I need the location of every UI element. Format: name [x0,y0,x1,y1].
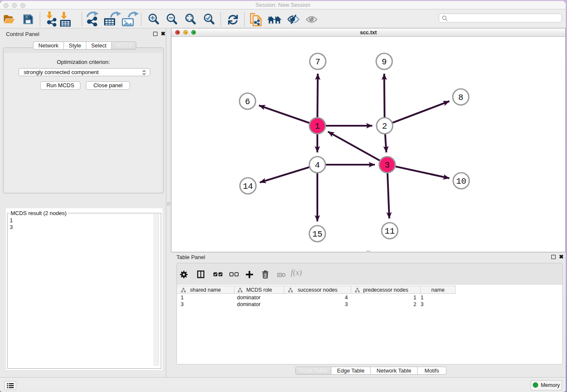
svg-text:11: 11 [385,226,395,236]
svg-text:8: 8 [458,93,463,102]
svg-text:14: 14 [243,182,253,191]
svg-text:3: 3 [385,160,390,170]
svg-text:2: 2 [382,121,387,131]
svg-text:6: 6 [245,97,250,107]
svg-text:9: 9 [382,57,387,67]
svg-text:7: 7 [315,57,320,67]
svg-text:10: 10 [456,177,466,186]
svg-text:4: 4 [315,160,320,170]
svg-text:15: 15 [312,229,322,239]
svg-text:1: 1 [315,121,320,131]
